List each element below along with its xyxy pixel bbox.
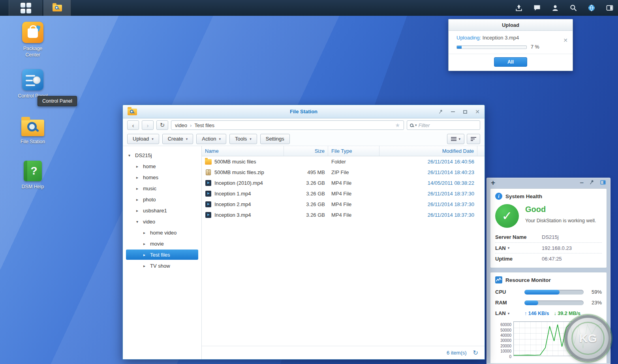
file-row-500mb-music-files[interactable]: 500MB music filesFolder26/11/2014 16:40:… <box>202 156 485 167</box>
minimize-icon[interactable]: – <box>580 181 584 185</box>
tree-item-usbshare1[interactable]: ▸usbshare1 <box>123 205 201 216</box>
lan-download-speed: 39.2 MB/s <box>558 311 580 316</box>
dsm-help-icon: ? <box>24 161 42 181</box>
settings-button[interactable]: Settings <box>260 134 290 144</box>
forward-button[interactable]: › <box>142 120 154 130</box>
chevron-down-icon: ▾ <box>458 137 460 141</box>
toolbar: Upload▾Create▾Action▾Tools▾Settings ▾ <box>123 132 485 146</box>
chevron-down-icon[interactable]: ▾ <box>508 311 510 315</box>
tools-button[interactable]: Tools▾ <box>229 134 257 144</box>
tree-item-video[interactable]: ▾video <box>123 216 201 227</box>
breadcrumb-video[interactable]: video <box>175 122 187 128</box>
file-station-window: File Station ✕ ‹ › ↻ video › Test files … <box>122 105 485 360</box>
file-row-500mb-music-files-zip[interactable]: 500MB music files.zip495 MBZIP File26/11… <box>202 167 485 178</box>
upload-popup: Upload Uploading: Inception 3.mp4 ✕ 7 % … <box>448 19 573 71</box>
tree-item-ds215j[interactable]: ▾ DS215j <box>123 150 201 161</box>
file-row-inception-2-mp4[interactable]: Inception 2.mp43.26 GBMP4 File26/11/2014… <box>202 199 485 210</box>
back-button[interactable]: ‹ <box>127 120 139 130</box>
pin-icon[interactable] <box>438 109 444 115</box>
file-row-inception-1-mp4[interactable]: Inception 1.mp43.26 GBMP4 File26/11/2014… <box>202 188 485 199</box>
file-list-pane: Name Size File Type Modified Date 500MB … <box>202 146 485 359</box>
desktop-icon-label: DSM Help <box>14 184 52 190</box>
tree-item-music[interactable]: ▸music <box>123 183 201 194</box>
column-header-name[interactable]: Name <box>202 146 284 156</box>
tree-item-tv-show[interactable]: ▸TV show <box>123 260 201 271</box>
column-header-file-type[interactable]: File Type <box>328 146 379 156</box>
chevron-down-icon[interactable]: ▾ <box>508 246 510 250</box>
navigation-bar: ‹ › ↻ video › Test files ★ ▾ <box>123 118 485 132</box>
titlebar[interactable]: File Station ✕ <box>123 105 485 118</box>
tree-item-photo[interactable]: ▸photo <box>123 194 201 205</box>
upload-progress-bar <box>456 45 527 49</box>
file-row-inception-2010-mp4[interactable]: Inception (2010).mp43.26 GBMP4 File14/05… <box>202 178 485 188</box>
create-button[interactable]: Create▾ <box>162 134 193 144</box>
desktop-icon-dsm-help[interactable]: ? DSM Help <box>14 161 52 190</box>
close-icon[interactable]: ✕ <box>563 37 568 43</box>
tree-item-movie[interactable]: ▸movie <box>123 238 201 249</box>
cpu-bar <box>524 290 584 295</box>
upload-queue-button[interactable] <box>515 4 523 12</box>
cpu-row: CPU 59% <box>495 287 602 297</box>
folder-file-icon <box>205 159 212 165</box>
ram-bar-fill <box>524 300 538 305</box>
folder-tree: ▸home▸homes▸music▸photo▸usbshare1▾video▸… <box>123 161 201 271</box>
taskbar-file-station-button[interactable] <box>43 0 71 16</box>
view-mode-button[interactable]: ▾ <box>447 134 464 144</box>
uploading-label: Uploading: <box>456 35 481 41</box>
ram-bar <box>524 300 584 305</box>
up-arrow-icon: ↑ <box>524 311 527 316</box>
upload-percent: 7 % <box>531 44 539 50</box>
add-widget-button[interactable]: + <box>491 178 495 187</box>
widget-panel-header: + – <box>487 178 610 188</box>
maximize-icon[interactable] <box>462 109 468 115</box>
web-help-button[interactable] <box>587 4 596 12</box>
desktop-icon-file-station[interactable]: File Station <box>14 116 52 145</box>
column-header-size[interactable]: Size <box>284 146 328 156</box>
video-file-icon <box>205 180 211 186</box>
minimize-icon[interactable] <box>450 109 456 115</box>
list-view-icon <box>451 137 456 141</box>
all-button[interactable]: All <box>494 57 527 67</box>
package-center-icon <box>22 22 43 43</box>
widget-title: Resource Monitor <box>505 277 551 283</box>
chevron-down-icon[interactable]: ▾ <box>415 123 417 127</box>
dock-panel-icon[interactable] <box>600 179 606 187</box>
breadcrumb-test-files[interactable]: Test files <box>194 122 214 128</box>
notifications-button[interactable] <box>533 4 541 12</box>
main-menu-button[interactable] <box>9 0 43 16</box>
search-icon <box>410 124 413 127</box>
filter-input[interactable] <box>419 122 477 128</box>
tree-item-homes[interactable]: ▸homes <box>123 172 201 183</box>
user-account-button[interactable] <box>551 4 560 12</box>
file-row-inception-3-mp4[interactable]: Inception 3.mp43.26 GBMP4 File26/11/2014… <box>202 210 485 220</box>
pin-icon[interactable] <box>589 179 595 186</box>
favorite-star-icon[interactable]: ★ <box>395 122 400 128</box>
tree-item-test-files[interactable]: ▸Test files <box>126 250 198 260</box>
resource-monitor-icon <box>495 276 502 283</box>
taskbar <box>0 0 618 16</box>
refresh-icon[interactable]: ↻ <box>473 349 478 356</box>
desktop-icon-package-center[interactable]: Package Center <box>14 22 52 58</box>
file-list: 500MB music filesFolder26/11/2014 16:40:… <box>202 156 485 346</box>
health-good-icon: ✓ <box>495 204 519 228</box>
widget-panel-button[interactable] <box>605 4 614 12</box>
action-button[interactable]: Action▾ <box>196 134 226 144</box>
desktop-icon-control-panel[interactable]: Control Panel <box>14 69 52 99</box>
upload-icon <box>515 4 523 12</box>
cpu-percent: 59% <box>584 289 602 295</box>
upload-popup-title: Upload <box>449 19 573 31</box>
tree-item-label: DS215j <box>135 152 152 158</box>
tree-item-home-video[interactable]: ▸home video <box>123 227 201 238</box>
column-header-modified-date[interactable]: Modified Date <box>379 146 477 156</box>
refresh-button[interactable]: ↻ <box>156 120 168 130</box>
tree-item-home[interactable]: ▸home <box>123 161 201 172</box>
kitguru-watermark: KG <box>565 315 611 362</box>
widget-title: System Health <box>505 193 542 199</box>
sort-button[interactable] <box>467 134 480 144</box>
search-button[interactable] <box>569 4 578 12</box>
upload-button[interactable]: Upload▾ <box>127 134 159 144</box>
control-panel-icon <box>22 69 43 90</box>
close-icon[interactable]: ✕ <box>474 109 481 115</box>
ram-row: RAM 23% <box>495 298 602 308</box>
desktop: Package Center Control Panel File Statio… <box>0 0 618 364</box>
